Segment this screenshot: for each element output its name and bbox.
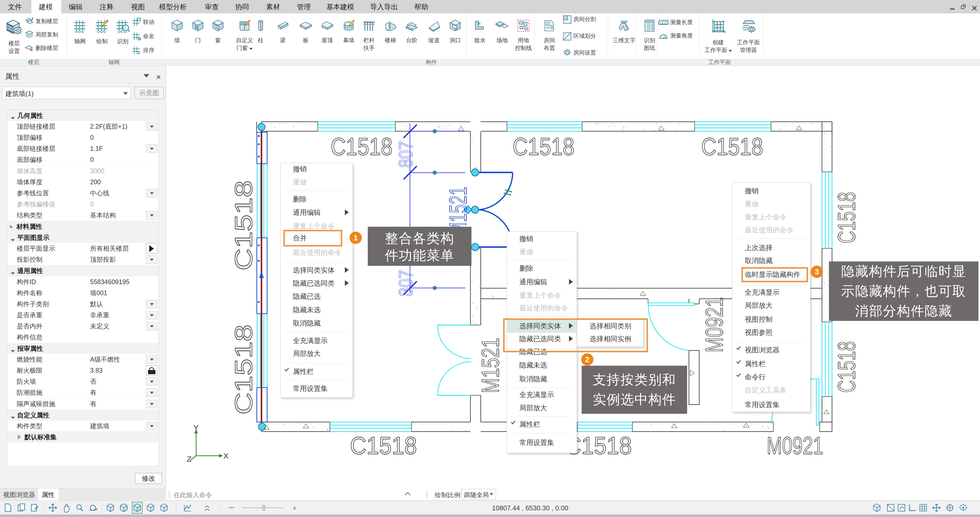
svg-text:N: N [138, 37, 141, 41]
svg-text:M0921: M0921 [700, 297, 728, 353]
svg-text:Y: Y [194, 423, 199, 432]
svg-text:M1521: M1521 [477, 338, 504, 393]
svg-text:C1518: C1518 [230, 180, 257, 270]
svg-text:C1518: C1518 [833, 341, 860, 393]
svg-text:M0921: M0921 [767, 432, 823, 459]
svg-text:Z: Z [187, 455, 191, 463]
svg-text:C1518: C1518 [513, 133, 574, 160]
svg-text:X: X [223, 452, 229, 460]
svg-text:807: 807 [395, 141, 417, 168]
svg-text:807: 807 [395, 270, 417, 296]
svg-text:C1518: C1518 [331, 133, 393, 160]
svg-text:C1518: C1518 [350, 432, 417, 459]
svg-text:C1518: C1518 [833, 192, 860, 243]
svg-text:C1518: C1518 [701, 133, 763, 160]
svg-text:C1518: C1518 [230, 325, 257, 415]
